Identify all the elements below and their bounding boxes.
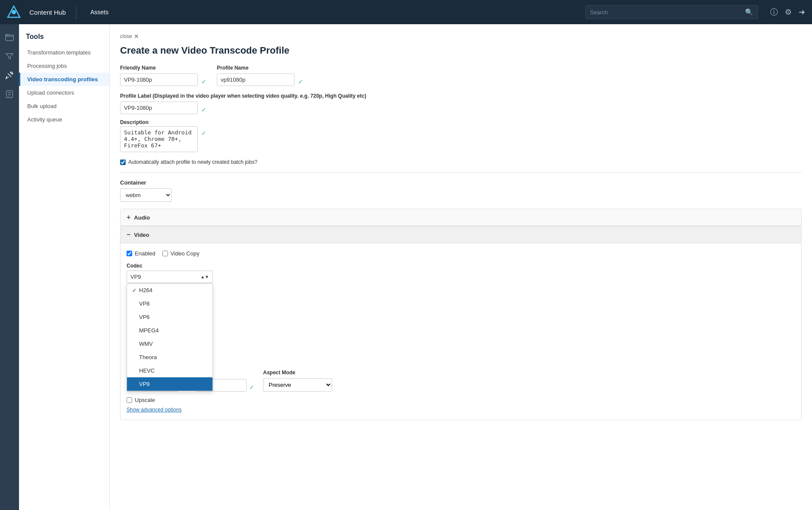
sidebar-icon-folder[interactable] — [2, 29, 17, 45]
svg-rect-2 — [6, 35, 13, 41]
help-icon[interactable]: ⓘ — [770, 7, 778, 17]
sidebar-icon-tools[interactable] — [2, 67, 17, 83]
video-body: Enabled Video Copy Codec VP9 — [121, 243, 801, 420]
codec-dropdown-list: ✓ H264 ✓ VP8 ✓ VP6 — [127, 283, 213, 391]
enabled-row: Enabled Video Copy — [127, 250, 795, 257]
codec-group: VP9 ▲▼ ✓ H264 ✓ VP8 — [127, 271, 795, 283]
form-group-profile-name: Profile Name ✓ — [217, 65, 303, 86]
video-copy-checkbox[interactable] — [162, 251, 168, 256]
sidebar-icon-book[interactable] — [2, 86, 17, 102]
video-section: − Video Enabled Video Copy Codec — [120, 226, 802, 420]
form-group-friendly-name: Friendly Name ✓ — [120, 65, 206, 86]
settings-icon[interactable]: ⚙ — [785, 7, 792, 17]
description-label: Description — [120, 119, 802, 125]
codec-hevc-label: HEVC — [139, 367, 155, 374]
dimensions-row: Width ✓ Height ✓ Aspec — [127, 370, 795, 392]
profile-label-check-icon: ✓ — [201, 106, 206, 113]
layout: Tools Transformation templates Processin… — [0, 24, 812, 510]
search-box: 🔍 — [585, 5, 758, 19]
auto-attach-row: Automatically attach profile to newly cr… — [120, 159, 802, 165]
sidebar-icons — [0, 24, 19, 510]
sidebar-item-bulk[interactable]: Bulk upload — [19, 99, 109, 113]
sidebar-title: Tools — [19, 29, 109, 46]
svg-point-1 — [12, 10, 16, 14]
codec-dropdown-arrow: ▲▼ — [200, 274, 209, 279]
codec-dropdown-display[interactable]: VP9 ▲▼ — [127, 271, 213, 283]
app-name: Content Hub — [29, 9, 66, 16]
upscale-label: Upscale — [135, 397, 155, 403]
nav-item-assets[interactable]: Assets — [87, 7, 112, 17]
search-icon[interactable]: 🔍 — [745, 8, 753, 16]
auto-attach-label: Automatically attach profile to newly cr… — [128, 159, 257, 165]
friendly-name-input[interactable] — [120, 73, 198, 86]
profile-label-label: Profile Label (Displayed in the video pl… — [120, 93, 802, 99]
video-copy-label: Video Copy — [171, 250, 200, 257]
container-select[interactable]: webm mp4 mkv mov avi — [120, 188, 172, 202]
codec-selected-value: VP9 — [130, 274, 141, 280]
upscale-row: Upscale — [127, 397, 795, 403]
codec-option-vp6[interactable]: ✓ VP6 — [127, 310, 213, 324]
codec-option-theora[interactable]: ✓ Theora — [127, 351, 213, 364]
codec-h264-check: ✓ — [132, 287, 136, 293]
nav-icons: ⓘ ⚙ ➜ — [770, 7, 805, 17]
show-advanced-link[interactable]: Show advanced options — [127, 407, 181, 413]
upscale-checkbox[interactable] — [127, 397, 132, 403]
codec-select-wrapper: VP9 ▲▼ ✓ H264 ✓ VP8 — [127, 271, 213, 283]
enabled-checkbox[interactable] — [127, 251, 132, 256]
nav-divider — [76, 5, 76, 19]
sidebar-icon-filter[interactable] — [2, 48, 17, 64]
codec-wmv-label: WMV — [139, 341, 153, 347]
profile-name-check-icon: ✓ — [298, 78, 303, 85]
height-check-icon: ✓ — [249, 384, 254, 391]
codec-vp8-label: VP8 — [139, 300, 150, 307]
audio-header[interactable]: + Audio — [121, 209, 801, 226]
container-label: Container — [120, 179, 802, 186]
sidebar-item-transformation[interactable]: Transformation templates — [19, 46, 109, 59]
codec-option-vp9[interactable]: ✓ VP9 — [127, 377, 213, 391]
container-group: Container webm mp4 mkv mov avi — [120, 179, 802, 202]
profile-label-group: Profile Label (Displayed in the video pl… — [120, 93, 802, 114]
codec-vp6-label: VP6 — [139, 314, 150, 320]
codec-option-hevc[interactable]: ✓ HEVC — [127, 364, 213, 377]
sidebar-item-upload[interactable]: Upload connectors — [19, 86, 109, 99]
close-icon[interactable]: ✕ — [134, 33, 139, 40]
profile-name-label: Profile Name — [217, 65, 303, 71]
profile-label-input[interactable] — [120, 102, 198, 114]
codec-label: Codec — [127, 263, 795, 269]
auto-attach-checkbox[interactable] — [120, 159, 126, 165]
friendly-name-label: Friendly Name — [120, 65, 206, 71]
aspect-mode-select[interactable]: Preserve Stretch Crop Pad — [263, 378, 332, 392]
video-header[interactable]: − Video — [121, 226, 801, 243]
description-textarea[interactable]: Suitable for Android 4.4+, Chrome 70+, F… — [120, 126, 198, 152]
description-check-icon: ✓ — [201, 130, 206, 137]
codec-option-mpeg4[interactable]: ✓ MPEG4 — [127, 324, 213, 337]
description-group: Description Suitable for Android 4.4+, C… — [120, 119, 802, 152]
codec-mpeg4-label: MPEG4 — [139, 327, 159, 334]
codec-option-h264[interactable]: ✓ H264 — [127, 284, 213, 297]
codec-option-vp8[interactable]: ✓ VP8 — [127, 297, 213, 310]
search-input[interactable] — [590, 9, 742, 16]
profile-label-row: ✓ — [120, 102, 802, 114]
codec-option-wmv[interactable]: ✓ WMV — [127, 337, 213, 351]
sidebar-item-activity[interactable]: Activity queue — [19, 113, 109, 126]
logo-icon — [7, 5, 21, 19]
sidebar-item-video-transcoding[interactable]: Video transcoding profiles — [19, 73, 109, 86]
video-expand-icon: − — [127, 231, 130, 239]
codec-h264-label: H264 — [139, 287, 152, 293]
form-row-names: Friendly Name ✓ Profile Name ✓ — [120, 65, 802, 86]
aspect-mode-group: Aspect Mode Preserve Stretch Crop Pad — [263, 370, 332, 392]
aspect-mode-label: Aspect Mode — [263, 370, 332, 376]
close-label: close — [120, 33, 132, 39]
top-nav: Content Hub Assets 🔍 ⓘ ⚙ ➜ — [0, 0, 812, 24]
video-label: Video — [134, 232, 149, 238]
logout-icon[interactable]: ➜ — [799, 7, 805, 17]
close-row[interactable]: close ✕ — [120, 33, 802, 40]
audio-expand-icon: + — [127, 214, 130, 221]
sidebar-item-processing[interactable]: Processing jobs — [19, 59, 109, 73]
audio-section: + Audio — [120, 209, 802, 226]
friendly-name-check-icon: ✓ — [201, 78, 206, 85]
page-title: Create a new Video Transcode Profile — [120, 45, 802, 56]
profile-name-input[interactable] — [217, 73, 295, 86]
codec-vp9-label: VP9 — [139, 381, 150, 387]
audio-label: Audio — [134, 214, 150, 221]
